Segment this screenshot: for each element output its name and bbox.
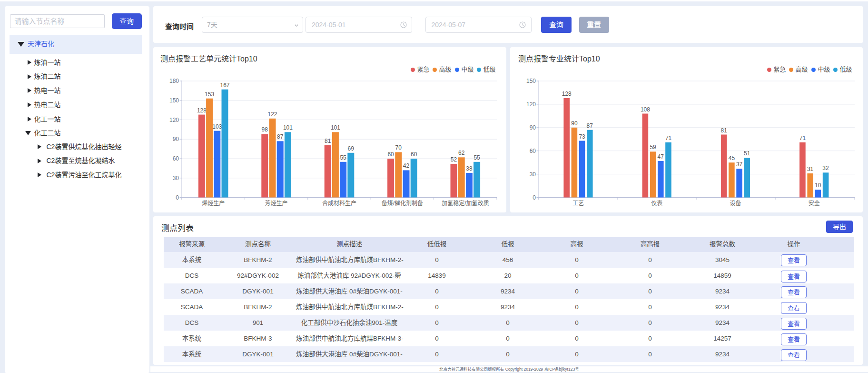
svg-text:0: 0 <box>533 194 536 201</box>
svg-text:87: 87 <box>587 122 593 129</box>
svg-text:55: 55 <box>473 154 480 161</box>
svg-text:加氢稳定/加氢改质: 加氢稳定/加氢改质 <box>442 200 489 207</box>
svg-text:60: 60 <box>173 155 179 162</box>
svg-text:122: 122 <box>267 111 277 118</box>
svg-text:10: 10 <box>815 182 821 189</box>
svg-text:62: 62 <box>458 150 465 156</box>
svg-text:51: 51 <box>744 150 750 157</box>
svg-text:128: 128 <box>562 91 572 97</box>
svg-text:芳烃生产: 芳烃生产 <box>265 200 288 207</box>
svg-text:87: 87 <box>277 133 284 140</box>
svg-text:0: 0 <box>176 194 179 201</box>
svg-text:工艺: 工艺 <box>572 200 584 207</box>
svg-text:73: 73 <box>579 133 585 140</box>
svg-text:81: 81 <box>721 127 728 134</box>
svg-text:42: 42 <box>403 162 410 169</box>
svg-text:60: 60 <box>387 151 394 158</box>
svg-text:90: 90 <box>530 124 536 131</box>
svg-text:合成材料生产: 合成材料生产 <box>322 200 356 207</box>
svg-text:52: 52 <box>451 156 457 163</box>
svg-text:71: 71 <box>665 135 672 141</box>
svg-text:30: 30 <box>173 175 179 181</box>
svg-text:180: 180 <box>169 78 179 84</box>
svg-text:108: 108 <box>641 106 650 113</box>
svg-text:30: 30 <box>530 171 536 178</box>
svg-text:150: 150 <box>169 97 179 104</box>
svg-text:55: 55 <box>340 154 346 161</box>
svg-text:128: 128 <box>197 107 207 114</box>
svg-text:90: 90 <box>173 136 179 142</box>
svg-text:38: 38 <box>466 165 473 172</box>
svg-text:备煤/催化剂制备: 备煤/催化剂制备 <box>382 200 423 207</box>
svg-text:45: 45 <box>729 155 735 161</box>
svg-text:90: 90 <box>571 120 578 127</box>
svg-text:70: 70 <box>395 144 402 151</box>
svg-text:103: 103 <box>212 123 222 130</box>
svg-text:37: 37 <box>736 161 743 168</box>
svg-text:仪表: 仪表 <box>651 200 662 207</box>
svg-text:设备: 设备 <box>730 200 741 207</box>
svg-text:101: 101 <box>331 124 340 131</box>
svg-text:47: 47 <box>658 153 664 160</box>
svg-text:32: 32 <box>822 165 829 171</box>
svg-text:120: 120 <box>526 101 536 108</box>
svg-text:69: 69 <box>348 145 355 152</box>
svg-text:101: 101 <box>283 124 293 131</box>
svg-text:120: 120 <box>169 117 179 123</box>
svg-text:167: 167 <box>220 82 229 89</box>
svg-text:98: 98 <box>262 126 268 133</box>
svg-text:81: 81 <box>325 138 331 144</box>
svg-text:60: 60 <box>530 148 536 154</box>
svg-text:153: 153 <box>205 91 214 98</box>
svg-text:150: 150 <box>526 78 536 84</box>
svg-text:烯烃生产: 烯烃生产 <box>202 200 225 207</box>
svg-text:59: 59 <box>650 144 656 151</box>
svg-text:71: 71 <box>799 135 806 141</box>
svg-text:60: 60 <box>411 151 417 158</box>
svg-text:安全: 安全 <box>809 200 820 207</box>
svg-text:31: 31 <box>807 166 814 172</box>
